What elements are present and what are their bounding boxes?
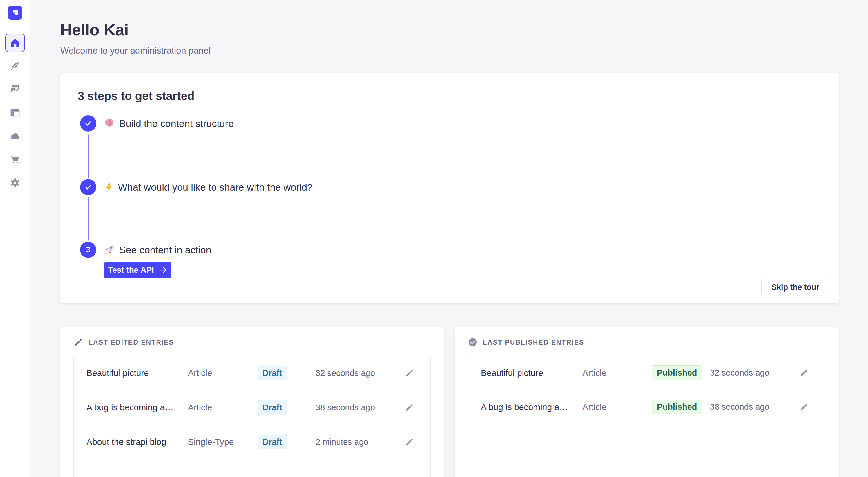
edit-entry-button[interactable] (401, 365, 417, 381)
check-icon (84, 119, 93, 128)
cart-icon (9, 154, 21, 165)
pencil-icon (405, 369, 414, 377)
status-badge: Published (652, 366, 702, 380)
page-title: Hello Kai (60, 20, 211, 39)
table-row: A bug is becoming a… Article Draft 38 se… (74, 390, 430, 424)
sidebar (0, 0, 30, 477)
last-published-table: Beautiful picture Article Published 32 s… (468, 355, 825, 424)
entry-kind: Article (188, 403, 257, 412)
entry-kind: Single-Type (188, 437, 257, 447)
cloud-icon (9, 131, 21, 142)
skip-tour-label: Skip the tour (771, 283, 819, 292)
edit-entry-button[interactable] (401, 434, 417, 450)
sidebar-divider (0, 28, 30, 28)
last-published-header: LAST PUBLISHED ENTRIES (468, 337, 584, 347)
table-row: A bug is becoming a… Article Published 3… (468, 390, 825, 424)
pencil-icon (405, 403, 414, 412)
entry-kind: Article (582, 368, 652, 378)
sidebar-item-media-library[interactable] (0, 79, 30, 100)
entry-time: 2 minutes ago (315, 437, 400, 447)
sidebar-item-content-type-builder[interactable] (0, 103, 30, 123)
entry-time: 32 seconds ago (315, 368, 400, 378)
brain-emoji-icon (104, 118, 115, 129)
step-2-label: What would you like to share with the wo… (118, 182, 313, 193)
edit-entry-button[interactable] (401, 399, 417, 415)
entry-title: Beautiful picture (86, 368, 188, 378)
pencil-icon (800, 403, 808, 411)
status-badge: Draft (257, 400, 287, 415)
step-3-label: See content in action (119, 244, 211, 255)
test-api-button[interactable]: Test the API (104, 262, 172, 278)
last-published-title: LAST PUBLISHED ENTRIES (483, 339, 584, 346)
last-edited-title: LAST EDITED ENTRIES (89, 339, 174, 346)
status-badge: Published (652, 400, 702, 414)
table-row: Beautiful picture Article Published 32 s… (468, 356, 825, 390)
last-edited-table: Beautiful picture Article Draft 32 secon… (73, 355, 431, 477)
step-3-number: 3 (86, 245, 91, 254)
zap-emoji-icon (104, 182, 114, 192)
status-badge: Draft (257, 435, 287, 449)
sidebar-item-content-manager[interactable] (0, 56, 30, 76)
edit-entry-button[interactable] (796, 399, 812, 415)
step-1-label: Build the content structure (119, 118, 234, 129)
table-row: About the strapi blog Single-Type Draft … (74, 425, 430, 459)
layout-icon (10, 108, 20, 118)
entry-title: A bug is becoming a… (86, 403, 188, 412)
entry-title: About the strapi blog (86, 437, 188, 447)
entry-title: Beautiful picture (481, 368, 582, 378)
strapi-logo-icon (8, 6, 22, 20)
step-connector (88, 134, 89, 178)
sidebar-item-home[interactable] (0, 33, 30, 53)
page-header: Hello Kai Welcome to your administration… (60, 20, 211, 56)
step-2-done-indicator (80, 179, 96, 195)
home-icon (10, 38, 20, 48)
sidebar-item-marketplace[interactable] (0, 149, 30, 170)
arrow-right-icon (159, 266, 167, 274)
pencil-icon (405, 438, 414, 446)
sidebar-item-deploy[interactable] (0, 126, 30, 146)
status-badge: Draft (257, 366, 287, 380)
pencil-icon (800, 369, 808, 377)
step-1-done-indicator (80, 115, 96, 132)
entry-time: 38 seconds ago (315, 403, 400, 412)
entry-kind: Article (188, 368, 257, 378)
onboarding-title: 3 steps to get started (78, 90, 194, 103)
entry-time: 32 seconds ago (710, 368, 795, 378)
media-library-icon (9, 84, 21, 95)
onboarding-card: 3 steps to get started Build the content… (60, 73, 839, 303)
table-row: Beautiful picture Article Draft 32 secon… (74, 356, 430, 390)
check-circle-icon (468, 337, 478, 347)
feather-icon (10, 61, 20, 72)
step-1: Build the content structure (80, 115, 234, 132)
home-active-highlight (5, 34, 25, 52)
table-filler (74, 459, 430, 477)
step-3-number-indicator: 3 (80, 242, 96, 258)
check-icon (84, 183, 93, 192)
skip-tour-button[interactable]: Skip the tour (761, 279, 830, 295)
entry-kind: Article (582, 402, 652, 412)
rocket-emoji-icon (104, 244, 115, 255)
pencil-icon (73, 337, 83, 347)
entry-title: A bug is becoming a… (481, 402, 582, 412)
last-edited-widget: LAST EDITED ENTRIES Beautiful picture Ar… (60, 328, 444, 477)
last-published-widget: LAST PUBLISHED ENTRIES Beautiful picture… (455, 328, 839, 477)
test-api-label: Test the API (108, 266, 154, 275)
strapi-logo[interactable] (8, 6, 22, 20)
entry-time: 38 seconds ago (710, 402, 795, 412)
edit-entry-button[interactable] (796, 365, 812, 381)
step-2: What would you like to share with the wo… (80, 179, 313, 195)
step-3: 3 See content in action (80, 242, 211, 258)
last-edited-header: LAST EDITED ENTRIES (73, 337, 174, 347)
step-connector (88, 197, 89, 241)
gear-icon (9, 177, 21, 189)
page-subtitle: Welcome to your administration panel (60, 45, 211, 56)
sidebar-item-settings[interactable] (0, 173, 30, 193)
